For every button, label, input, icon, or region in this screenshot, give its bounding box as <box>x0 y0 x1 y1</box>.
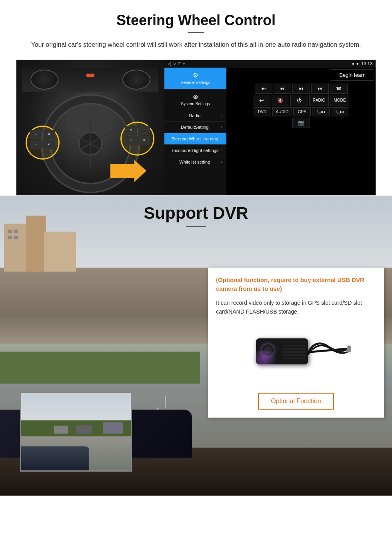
system-icon: ⊛ <box>193 93 198 100</box>
ctrl-dvd[interactable]: DVD <box>254 107 271 116</box>
optional-function-button[interactable]: Optional Function <box>258 393 334 410</box>
svg-rect-1 <box>347 346 351 352</box>
settings-icon: ⚙ <box>193 72 198 79</box>
ctrl-call-next[interactable]: 📞⏭ <box>331 107 348 116</box>
dvr-section: Support DVR (Optional <box>0 196 392 496</box>
steering-wheel-image: + ≡ - ↵ ⊞ ☰ ○ ✤ <box>16 60 164 195</box>
begin-learn-button[interactable]: Begin learn <box>331 69 374 81</box>
android-content: Begin learn ⏮+ ⏮- ⏮ ⏭ ☎ ↩ 🔇 ⏻ <box>226 68 376 195</box>
dvr-divider <box>186 226 206 227</box>
ctrl-row-2: ↩ 🔇 ⏻ RADIO MODE <box>228 95 374 106</box>
ctrl-audio[interactable]: AUDIO <box>272 107 292 116</box>
dvr-camera-image <box>216 322 376 386</box>
nav-record-icon: ▪ <box>183 61 185 66</box>
section-subtitle: Your original car's steering wheel contr… <box>16 40 376 50</box>
menu-steering-label: Steering Wheel learning <box>168 136 221 141</box>
android-statusbar: ◁ ○ □ ▪ ♦ ▾ 13:13 <box>164 60 376 68</box>
tab-system-settings[interactable]: ⊛ System Settings <box>164 89 226 110</box>
menu-steering-arrow: › <box>221 136 222 141</box>
android-body: ⚙ General Settings ⊛ System Settings Rad… <box>164 68 376 195</box>
menu-tricoloured[interactable]: Tricoloured light settings › <box>164 145 226 156</box>
tab-system-label: System Settings <box>181 102 210 106</box>
tab-general-settings[interactable]: ⚙ General Settings <box>164 68 226 89</box>
dvr-background: Support DVR (Optional <box>0 196 392 496</box>
ctrl-mute[interactable]: 🔇 <box>272 95 289 106</box>
ctrl-vol-down[interactable]: ⏮- <box>274 84 291 94</box>
info-text: It can record video only to storage in G… <box>216 298 376 316</box>
menu-items: Radio › DefaultSetting › Steering Wheel … <box>164 110 226 195</box>
dashcam-inset <box>20 392 132 472</box>
menu-radio-label: Radio <box>168 113 221 118</box>
title-divider <box>188 32 204 33</box>
ctrl-vol-up[interactable]: ⏮+ <box>255 84 272 94</box>
status-time: 13:13 <box>361 61 372 66</box>
begin-learn-row: Begin learn <box>228 69 374 81</box>
dvr-title: Support DVR <box>0 196 392 223</box>
tab-general-label: General Settings <box>180 80 210 85</box>
nav-recent-icon: □ <box>178 61 181 66</box>
menu-steering-wheel[interactable]: Steering Wheel learning › <box>164 133 226 145</box>
menu-radio[interactable]: Radio › <box>164 110 226 122</box>
ctrl-prev[interactable]: ⏮ <box>292 84 310 94</box>
nav-back-icon: ◁ <box>168 61 171 66</box>
ctrl-radio[interactable]: RADIO <box>309 95 329 106</box>
menu-whitelist[interactable]: Whitelist setting › <box>164 156 226 168</box>
ctrl-power[interactable]: ⏻ <box>290 95 308 106</box>
ctrl-call-prev[interactable]: 📞⏮ <box>312 107 330 116</box>
steering-wheel-section: Steering Wheel Control Your original car… <box>0 0 392 196</box>
ctrl-row-3: DVD AUDIO GPS 📞⏮ 📞⏭ <box>228 107 374 116</box>
android-sidebar: ⚙ General Settings ⊛ System Settings Rad… <box>164 68 226 195</box>
signal-icon: ♦ <box>352 61 354 66</box>
svg-rect-2 <box>348 346 350 347</box>
menu-default-arrow: › <box>221 125 222 129</box>
menu-radio-arrow: › <box>221 113 222 118</box>
ctrl-mode[interactable]: MODE <box>330 95 349 106</box>
menu-tri-label: Tricoloured light settings <box>168 148 221 153</box>
ctrl-next[interactable]: ⏭ <box>311 84 329 94</box>
ctrl-back[interactable]: ↩ <box>253 95 270 106</box>
menu-default-setting[interactable]: DefaultSetting › <box>164 122 226 133</box>
page-title: Steering Wheel Control <box>16 12 376 29</box>
menu-whitelist-arrow: › <box>221 160 222 164</box>
wifi-icon: ▾ <box>356 61 359 66</box>
menu-tri-arrow: › <box>221 148 222 152</box>
nav-home-icon: ○ <box>173 61 176 66</box>
menu-default-label: DefaultSetting <box>168 125 221 130</box>
dvr-info-card: (Optional function, require to buy exter… <box>208 268 384 418</box>
android-panel: ◁ ○ □ ▪ ♦ ▾ 13:13 ⚙ General Settings <box>164 60 376 195</box>
ctrl-camera[interactable]: 📷 <box>292 118 310 128</box>
steering-demo: + ≡ - ↵ ⊞ ☰ ○ ✤ <box>16 60 376 196</box>
ctrl-gps[interactable]: GPS <box>293 107 311 116</box>
ctrl-row-4: 📷 <box>228 118 374 128</box>
ctrl-call[interactable]: ☎ <box>330 84 348 94</box>
svg-marker-0 <box>110 160 146 182</box>
optional-text: (Optional function, require to buy exter… <box>216 276 376 294</box>
menu-whitelist-label: Whitelist setting <box>168 160 221 164</box>
ctrl-row-1: ⏮+ ⏮- ⏮ ⏭ ☎ <box>228 84 374 94</box>
